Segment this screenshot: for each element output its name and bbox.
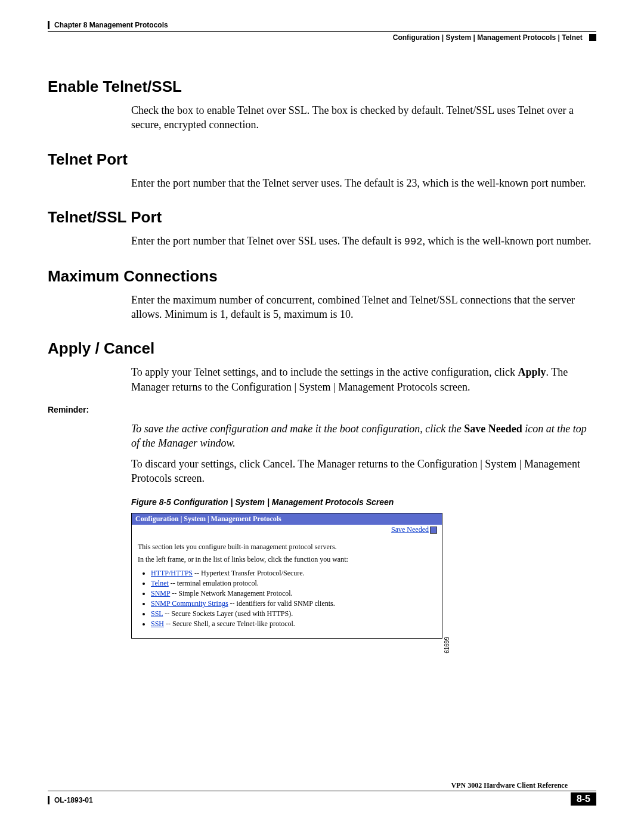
figure-screenshot: Configuration | System | Management Prot… [131, 513, 442, 639]
list-item: SNMP Community Strings -- identifiers fo… [151, 599, 436, 608]
link-http[interactable]: HTTP/HTTPS [151, 569, 193, 577]
text: Enter the port number that Telnet over S… [131, 235, 404, 247]
text: -- identifiers for valid SNMP clients. [228, 599, 335, 608]
body-text: Enter the maximum number of concurrent, … [131, 293, 596, 322]
breadcrumb-row: Configuration | System | Management Prot… [48, 33, 596, 42]
protocol-list: HTTP/HTTPS -- Hypertext Transfer Protoco… [151, 569, 436, 628]
section-telnet-port: Telnet Port [48, 150, 596, 169]
text: -- Hypertext Transfer Protocol/Secure. [193, 569, 305, 577]
section-telnet-ssl-port: Telnet/SSL Port [48, 208, 596, 227]
reminder-block: Reminder: [48, 405, 596, 416]
figure-caption: Figure 8-5 Configuration | System | Mana… [131, 497, 596, 507]
screenshot-text: In the left frame, or in the list of lin… [138, 555, 436, 564]
link-telnet[interactable]: Telnet [151, 579, 169, 587]
text: -- Secure Sockets Layer (used with HTTPS… [163, 609, 293, 618]
disk-icon [430, 527, 437, 534]
section-apply-cancel: Apply / Cancel [48, 339, 596, 358]
reminder-label: Reminder: [48, 405, 125, 414]
list-item: SSH -- Secure Shell, a secure Telnet-lik… [151, 620, 436, 628]
text: -- Secure Shell, a secure Telnet-like pr… [164, 620, 295, 628]
chapter-header: Chapter 8 Management Protocols [48, 21, 596, 29]
footer-title: VPN 3002 Hardware Client Reference [451, 781, 568, 790]
page-number: 8-5 [571, 792, 596, 806]
code-literal: 992 [404, 236, 423, 247]
screenshot-body: This section lets you configure built-in… [132, 525, 442, 638]
bold-save-needed: Save Needed [464, 423, 522, 435]
list-item: SNMP -- Simple Network Management Protoc… [151, 589, 436, 598]
text: To save the active configuration and mak… [131, 423, 464, 435]
body-text: Enter the port number that the Telnet se… [131, 176, 596, 190]
body-text: To discard your settings, click Cancel. … [131, 457, 596, 486]
text: To apply your Telnet settings, and to in… [131, 366, 518, 378]
figure-code: 61699 [444, 637, 450, 654]
text: -- terminal emulation protocol. [169, 579, 259, 587]
list-item: SSL -- Secure Sockets Layer (used with H… [151, 609, 436, 618]
body-text: To apply your Telnet settings, and to in… [131, 365, 596, 394]
link-snmp[interactable]: SNMP [151, 589, 170, 597]
list-item: HTTP/HTTPS -- Hypertext Transfer Protoco… [151, 569, 436, 578]
body-text: Enter the port number that Telnet over S… [131, 234, 596, 249]
link-snmp-community[interactable]: SNMP Community Strings [151, 599, 228, 608]
link-ssl[interactable]: SSL [151, 609, 163, 618]
list-item: Telnet -- terminal emulation protocol. [151, 579, 436, 588]
footer-doc-id: OL-1893-01 [48, 796, 93, 804]
save-needed-label: Save Needed [391, 525, 429, 534]
block-icon [589, 34, 596, 41]
page-footer: VPN 3002 Hardware Client Reference OL-18… [48, 791, 596, 809]
body-text: Check the box to enable Telnet over SSL.… [131, 103, 596, 132]
screenshot-text: This section lets you configure built-in… [138, 543, 436, 552]
header-rule [48, 31, 596, 32]
screenshot-header: Configuration | System | Management Prot… [132, 513, 442, 525]
section-enable-telnet-ssl: Enable Telnet/SSL [48, 78, 596, 96]
section-maximum-connections: Maximum Connections [48, 267, 596, 286]
breadcrumb: Configuration | System | Management Prot… [393, 33, 583, 42]
link-ssh[interactable]: SSH [151, 620, 164, 628]
text: , which is the well-known port number. [422, 235, 591, 247]
save-needed-link[interactable]: Save Needed [391, 525, 437, 534]
text: -- Simple Network Management Protocol. [170, 589, 292, 597]
bold-apply: Apply [518, 366, 546, 378]
reminder-text: To save the active configuration and mak… [131, 422, 596, 451]
